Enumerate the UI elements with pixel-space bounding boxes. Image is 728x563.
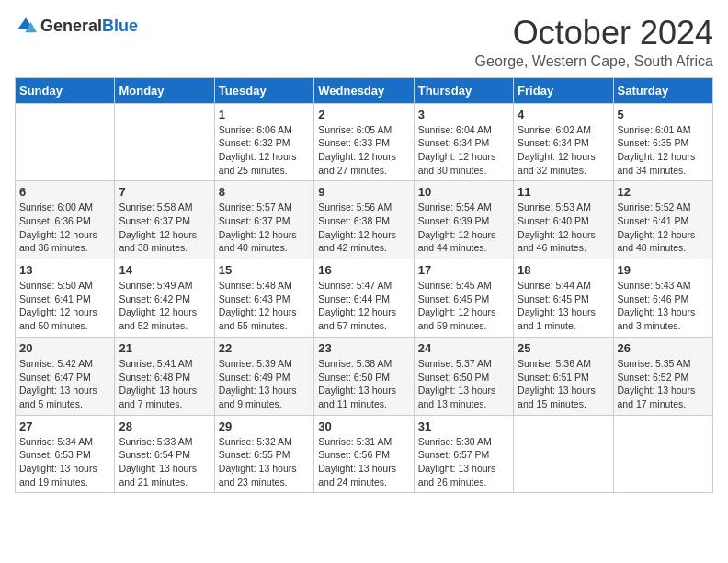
day-info: Sunrise: 6:06 AMSunset: 6:32 PMDaylight:… bbox=[219, 123, 310, 178]
day-info: Sunrise: 5:41 AMSunset: 6:48 PMDaylight:… bbox=[119, 357, 210, 411]
day-number: 4 bbox=[518, 108, 609, 121]
month-title: October 2024 bbox=[475, 15, 713, 52]
day-number: 21 bbox=[119, 341, 210, 355]
day-info: Sunrise: 5:43 AMSunset: 6:46 PMDaylight:… bbox=[618, 279, 709, 333]
day-info: Sunrise: 5:30 AMSunset: 6:57 PMDaylight:… bbox=[418, 435, 509, 489]
day-info: Sunrise: 5:33 AMSunset: 6:54 PMDaylight:… bbox=[119, 435, 210, 489]
column-header-saturday: Saturday bbox=[613, 77, 712, 103]
day-number: 29 bbox=[219, 419, 310, 433]
calendar-week-row: 6Sunrise: 6:00 AMSunset: 6:36 PMDaylight… bbox=[16, 181, 713, 259]
column-header-friday: Friday bbox=[514, 77, 613, 103]
day-number: 16 bbox=[318, 263, 409, 277]
calendar-cell: 5Sunrise: 6:01 AMSunset: 6:35 PMDaylight… bbox=[613, 103, 712, 181]
calendar-cell: 26Sunrise: 5:35 AMSunset: 6:52 PMDayligh… bbox=[613, 337, 712, 415]
day-info: Sunrise: 5:53 AMSunset: 6:40 PMDaylight:… bbox=[518, 201, 609, 255]
day-number: 9 bbox=[318, 185, 409, 199]
calendar-cell: 31Sunrise: 5:30 AMSunset: 6:57 PMDayligh… bbox=[414, 415, 513, 493]
calendar-cell bbox=[16, 103, 115, 181]
calendar-cell: 13Sunrise: 5:50 AMSunset: 6:41 PMDayligh… bbox=[16, 259, 115, 338]
day-number: 13 bbox=[19, 263, 110, 277]
day-info: Sunrise: 5:32 AMSunset: 6:55 PMDaylight:… bbox=[219, 435, 310, 489]
day-info: Sunrise: 5:35 AMSunset: 6:52 PMDaylight:… bbox=[618, 357, 709, 411]
calendar-cell: 7Sunrise: 5:58 AMSunset: 6:37 PMDaylight… bbox=[115, 181, 214, 259]
day-number: 19 bbox=[618, 263, 709, 277]
column-header-monday: Monday bbox=[115, 77, 214, 103]
day-info: Sunrise: 5:50 AMSunset: 6:41 PMDaylight:… bbox=[19, 279, 110, 333]
day-number: 25 bbox=[518, 341, 609, 355]
day-number: 8 bbox=[219, 185, 310, 199]
column-header-thursday: Thursday bbox=[414, 77, 513, 103]
day-number: 1 bbox=[219, 108, 310, 121]
day-info: Sunrise: 5:49 AMSunset: 6:42 PMDaylight:… bbox=[119, 279, 210, 333]
calendar-cell: 28Sunrise: 5:33 AMSunset: 6:54 PMDayligh… bbox=[115, 415, 214, 493]
day-number: 18 bbox=[518, 263, 609, 277]
calendar-cell bbox=[514, 415, 613, 493]
day-info: Sunrise: 6:02 AMSunset: 6:34 PMDaylight:… bbox=[518, 123, 609, 178]
day-info: Sunrise: 5:56 AMSunset: 6:38 PMDaylight:… bbox=[318, 201, 409, 255]
calendar-header-row: SundayMondayTuesdayWednesdayThursdayFrid… bbox=[16, 77, 713, 103]
day-info: Sunrise: 5:58 AMSunset: 6:37 PMDaylight:… bbox=[119, 201, 210, 255]
title-area: October 2024 George, Western Cape, South… bbox=[475, 15, 713, 70]
day-info: Sunrise: 6:04 AMSunset: 6:34 PMDaylight:… bbox=[418, 123, 509, 178]
calendar-cell: 1Sunrise: 6:06 AMSunset: 6:32 PMDaylight… bbox=[214, 103, 313, 181]
day-number: 7 bbox=[119, 185, 210, 199]
calendar-cell: 17Sunrise: 5:45 AMSunset: 6:45 PMDayligh… bbox=[414, 259, 513, 338]
column-header-sunday: Sunday bbox=[16, 77, 115, 103]
calendar-cell bbox=[115, 103, 214, 181]
calendar-cell: 18Sunrise: 5:44 AMSunset: 6:45 PMDayligh… bbox=[514, 259, 613, 338]
calendar-cell: 16Sunrise: 5:47 AMSunset: 6:44 PMDayligh… bbox=[314, 259, 414, 338]
calendar-cell: 10Sunrise: 5:54 AMSunset: 6:39 PMDayligh… bbox=[414, 181, 513, 259]
day-number: 23 bbox=[318, 341, 409, 355]
logo-general: GeneralBlue bbox=[40, 17, 138, 35]
day-info: Sunrise: 5:47 AMSunset: 6:44 PMDaylight:… bbox=[318, 279, 409, 333]
calendar-cell: 9Sunrise: 5:56 AMSunset: 6:38 PMDaylight… bbox=[314, 181, 414, 259]
calendar-cell: 27Sunrise: 5:34 AMSunset: 6:53 PMDayligh… bbox=[16, 415, 115, 493]
location-title: George, Western Cape, South Africa bbox=[475, 53, 713, 70]
calendar-week-row: 20Sunrise: 5:42 AMSunset: 6:47 PMDayligh… bbox=[16, 337, 713, 415]
calendar-cell: 6Sunrise: 6:00 AMSunset: 6:36 PMDaylight… bbox=[16, 181, 115, 259]
calendar-cell: 15Sunrise: 5:48 AMSunset: 6:43 PMDayligh… bbox=[214, 259, 313, 338]
calendar-cell bbox=[613, 415, 712, 493]
day-number: 3 bbox=[418, 108, 509, 121]
day-number: 22 bbox=[219, 341, 310, 355]
calendar-cell: 11Sunrise: 5:53 AMSunset: 6:40 PMDayligh… bbox=[514, 181, 613, 259]
day-number: 6 bbox=[19, 185, 110, 199]
logo-icon bbox=[15, 15, 37, 37]
day-number: 27 bbox=[19, 419, 110, 433]
calendar-week-row: 1Sunrise: 6:06 AMSunset: 6:32 PMDaylight… bbox=[16, 103, 713, 181]
logo: GeneralBlue bbox=[15, 15, 138, 37]
calendar-cell: 4Sunrise: 6:02 AMSunset: 6:34 PMDaylight… bbox=[514, 103, 613, 181]
day-number: 5 bbox=[618, 108, 709, 121]
calendar-cell: 12Sunrise: 5:52 AMSunset: 6:41 PMDayligh… bbox=[613, 181, 712, 259]
day-number: 17 bbox=[418, 263, 509, 277]
calendar-cell: 23Sunrise: 5:38 AMSunset: 6:50 PMDayligh… bbox=[314, 337, 414, 415]
day-info: Sunrise: 5:48 AMSunset: 6:43 PMDaylight:… bbox=[219, 279, 310, 333]
day-info: Sunrise: 5:45 AMSunset: 6:45 PMDaylight:… bbox=[418, 279, 509, 333]
page-header: GeneralBlue October 2024 George, Western… bbox=[15, 15, 713, 70]
calendar-cell: 24Sunrise: 5:37 AMSunset: 6:50 PMDayligh… bbox=[414, 337, 513, 415]
day-number: 30 bbox=[318, 419, 409, 433]
day-info: Sunrise: 6:00 AMSunset: 6:36 PMDaylight:… bbox=[19, 201, 110, 255]
calendar-cell: 22Sunrise: 5:39 AMSunset: 6:49 PMDayligh… bbox=[214, 337, 313, 415]
calendar-cell: 2Sunrise: 6:05 AMSunset: 6:33 PMDaylight… bbox=[314, 103, 414, 181]
day-info: Sunrise: 5:54 AMSunset: 6:39 PMDaylight:… bbox=[418, 201, 509, 255]
day-info: Sunrise: 6:01 AMSunset: 6:35 PMDaylight:… bbox=[618, 123, 709, 178]
calendar-cell: 14Sunrise: 5:49 AMSunset: 6:42 PMDayligh… bbox=[115, 259, 214, 338]
day-info: Sunrise: 5:34 AMSunset: 6:53 PMDaylight:… bbox=[19, 435, 110, 489]
calendar-week-row: 27Sunrise: 5:34 AMSunset: 6:53 PMDayligh… bbox=[16, 415, 713, 493]
day-info: Sunrise: 5:38 AMSunset: 6:50 PMDaylight:… bbox=[318, 357, 409, 411]
day-info: Sunrise: 6:05 AMSunset: 6:33 PMDaylight:… bbox=[318, 123, 409, 178]
day-number: 2 bbox=[318, 108, 409, 121]
day-info: Sunrise: 5:44 AMSunset: 6:45 PMDaylight:… bbox=[518, 279, 609, 333]
calendar-week-row: 13Sunrise: 5:50 AMSunset: 6:41 PMDayligh… bbox=[16, 259, 713, 338]
day-info: Sunrise: 5:52 AMSunset: 6:41 PMDaylight:… bbox=[618, 201, 709, 255]
day-info: Sunrise: 5:37 AMSunset: 6:50 PMDaylight:… bbox=[418, 357, 509, 411]
calendar-cell: 21Sunrise: 5:41 AMSunset: 6:48 PMDayligh… bbox=[115, 337, 214, 415]
day-info: Sunrise: 5:36 AMSunset: 6:51 PMDaylight:… bbox=[518, 357, 609, 411]
calendar-cell: 20Sunrise: 5:42 AMSunset: 6:47 PMDayligh… bbox=[16, 337, 115, 415]
day-info: Sunrise: 5:42 AMSunset: 6:47 PMDaylight:… bbox=[19, 357, 110, 411]
calendar-cell: 8Sunrise: 5:57 AMSunset: 6:37 PMDaylight… bbox=[214, 181, 313, 259]
calendar-cell: 3Sunrise: 6:04 AMSunset: 6:34 PMDaylight… bbox=[414, 103, 513, 181]
column-header-wednesday: Wednesday bbox=[314, 77, 414, 103]
day-info: Sunrise: 5:31 AMSunset: 6:56 PMDaylight:… bbox=[318, 435, 409, 489]
